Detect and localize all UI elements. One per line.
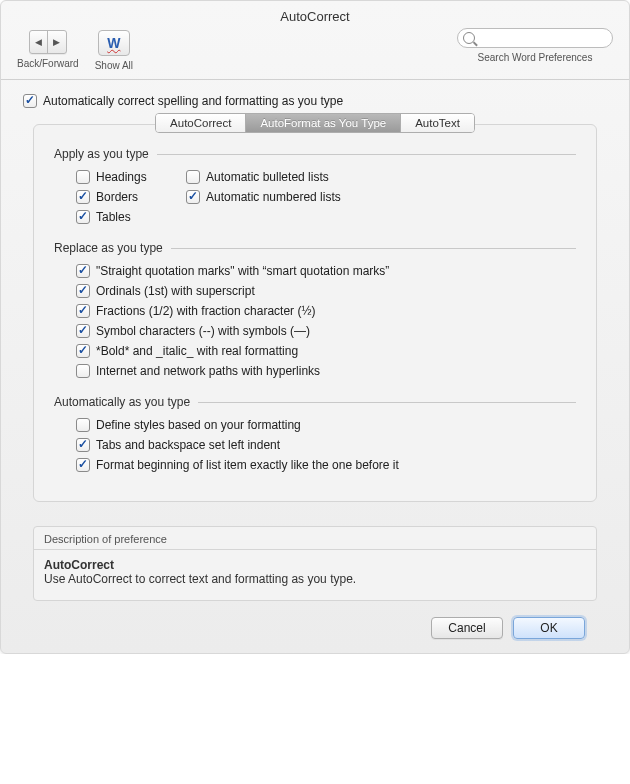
footer: Cancel OK [23, 601, 607, 639]
search-label: Search Word Preferences [457, 52, 613, 63]
section-apply: Headings Borders Tables Automatic bullet… [76, 167, 576, 227]
label-tables: Tables [96, 210, 131, 224]
checkbox-tabs-backspace[interactable] [76, 438, 90, 452]
label-headings: Headings [96, 170, 147, 184]
checkbox-numbered-lists[interactable] [186, 190, 200, 204]
ok-button[interactable]: OK [513, 617, 585, 639]
checkbox-bold-italic[interactable] [76, 344, 90, 358]
showall-button[interactable]: W [98, 30, 130, 56]
cancel-button[interactable]: Cancel [431, 617, 503, 639]
backforward-seg: ◀ ▶ [29, 30, 67, 54]
label-numbered-lists: Automatic numbered lists [206, 190, 341, 204]
search-group: Search Word Preferences [457, 28, 613, 63]
checkbox-headings[interactable] [76, 170, 90, 184]
description-title: Description of preference [34, 527, 596, 550]
label-borders: Borders [96, 190, 138, 204]
checkbox-format-list-item[interactable] [76, 458, 90, 472]
checkbox-hyperlinks[interactable] [76, 364, 90, 378]
master-autocorrect-checkbox[interactable] [23, 94, 37, 108]
window-title: AutoCorrect [1, 1, 629, 30]
label-bold-italic: *Bold* and _italic_ with real formatting [96, 344, 298, 358]
label-tabs-backspace: Tabs and backspace set left indent [96, 438, 280, 452]
description-body: AutoCorrect Use AutoCorrect to correct t… [34, 550, 596, 600]
forward-button[interactable]: ▶ [48, 31, 66, 53]
autocorrect-window: AutoCorrect ◀ ▶ Back/Forward W Show All … [0, 0, 630, 654]
description-heading: AutoCorrect [44, 558, 114, 572]
backforward-label: Back/Forward [17, 58, 79, 69]
description-text: Use AutoCorrect to correct text and form… [44, 572, 356, 586]
tab-autotext[interactable]: AutoText [401, 114, 474, 132]
label-format-list-item: Format beginning of list item exactly li… [96, 458, 399, 472]
checkbox-ordinals[interactable] [76, 284, 90, 298]
section-replace: "Straight quotation marks" with “smart q… [76, 261, 576, 381]
backforward-group: ◀ ▶ Back/Forward [17, 30, 79, 69]
section-apply-title: Apply as you type [54, 147, 576, 161]
body: Automatically correct spelling and forma… [1, 80, 629, 639]
label-smart-quotes: "Straight quotation marks" with “smart q… [96, 264, 389, 278]
checkbox-borders[interactable] [76, 190, 90, 204]
label-symbols: Symbol characters (--) with symbols (—) [96, 324, 310, 338]
checkbox-bulleted-lists[interactable] [186, 170, 200, 184]
checkbox-tables[interactable] [76, 210, 90, 224]
tab-autocorrect[interactable]: AutoCorrect [156, 114, 246, 132]
label-hyperlinks: Internet and network paths with hyperlin… [96, 364, 320, 378]
label-ordinals: Ordinals (1st) with superscript [96, 284, 255, 298]
showall-group: W Show All [95, 30, 133, 71]
tab-bar: AutoCorrect AutoFormat as You Type AutoT… [54, 113, 576, 133]
toolbar: ◀ ▶ Back/Forward W Show All Search Word … [1, 30, 629, 80]
checkbox-define-styles[interactable] [76, 418, 90, 432]
label-define-styles: Define styles based on your formatting [96, 418, 301, 432]
word-icon: W [107, 35, 120, 51]
checkbox-smart-quotes[interactable] [76, 264, 90, 278]
section-auto-title: Automatically as you type [54, 395, 576, 409]
tab-autoformat-as-you-type[interactable]: AutoFormat as You Type [246, 114, 401, 132]
search-input[interactable] [457, 28, 613, 48]
label-bulleted-lists: Automatic bulleted lists [206, 170, 329, 184]
label-fractions: Fractions (1/2) with fraction character … [96, 304, 315, 318]
settings-panel: AutoCorrect AutoFormat as You Type AutoT… [33, 124, 597, 502]
showall-label: Show All [95, 60, 133, 71]
checkbox-fractions[interactable] [76, 304, 90, 318]
section-auto: Define styles based on your formatting T… [76, 415, 576, 475]
description-box: Description of preference AutoCorrect Us… [33, 526, 597, 601]
back-button[interactable]: ◀ [30, 31, 48, 53]
master-autocorrect-checkbox-row: Automatically correct spelling and forma… [23, 94, 607, 108]
search-icon [463, 32, 475, 44]
master-autocorrect-label: Automatically correct spelling and forma… [43, 94, 343, 108]
checkbox-symbols[interactable] [76, 324, 90, 338]
section-replace-title: Replace as you type [54, 241, 576, 255]
